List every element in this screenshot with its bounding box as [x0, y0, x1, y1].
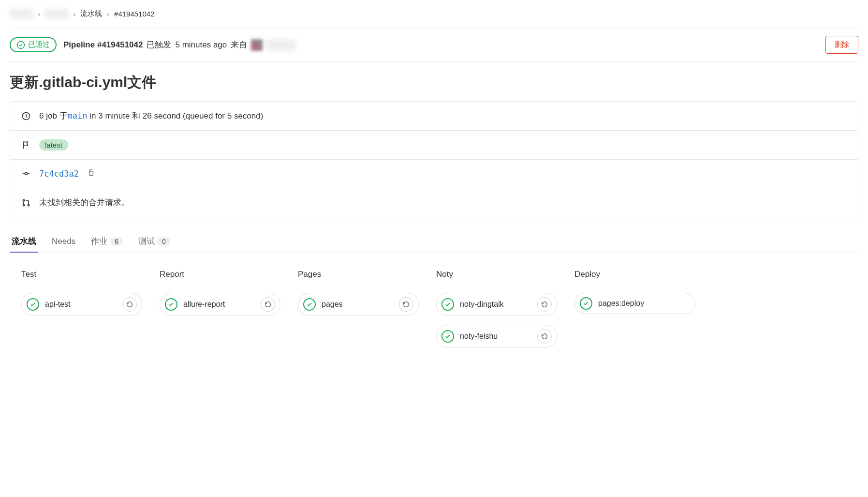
job-pill[interactable]: api-test: [21, 293, 142, 316]
check-circle-icon: [441, 298, 454, 311]
info-mr-row: 未找到相关的合并请求。: [10, 188, 858, 217]
job-pill[interactable]: noty-dingtalk: [436, 293, 557, 316]
stage-column: Reportallure-report: [160, 270, 280, 348]
latest-badge: latest: [39, 139, 68, 151]
stage-title: Pages: [298, 270, 419, 279]
stage-title: Report: [160, 270, 280, 279]
svg-point-2: [25, 173, 28, 175]
breadcrumb-pipelines[interactable]: 流水线: [80, 9, 102, 18]
avatar[interactable]: [251, 39, 263, 51]
job-name: pages: [322, 300, 393, 309]
tab-tests[interactable]: 测试0: [136, 231, 172, 253]
stage-title: Test: [21, 270, 142, 279]
tab-pipeline[interactable]: 流水线: [10, 231, 38, 253]
check-circle-icon: [303, 298, 316, 311]
retry-icon[interactable]: [399, 297, 413, 312]
job-name: pages:deploy: [598, 299, 690, 308]
chevron-right-icon: ›: [107, 10, 109, 18]
stage-title: Deploy: [574, 270, 695, 279]
check-circle-icon: [580, 297, 592, 310]
info-commit-row: 7c4cd3a2: [10, 160, 858, 188]
job-pill[interactable]: pages:deploy: [574, 293, 695, 314]
chevron-right-icon: ›: [38, 10, 41, 18]
stage-column: Notynoty-dingtalknoty-feishu: [436, 270, 557, 348]
job-pill[interactable]: noty-feishu: [436, 325, 557, 348]
stage-column: Deploypages:deploy: [574, 270, 695, 348]
author-name[interactable]: [266, 39, 296, 51]
pipeline-info-card: 6 job 于main in 3 minute 和 26 second (que…: [10, 101, 858, 217]
stage-title: Noty: [436, 270, 557, 279]
breadcrumb-group[interactable]: [10, 9, 33, 19]
job-name: noty-dingtalk: [460, 300, 531, 309]
job-name: allure-report: [183, 300, 255, 309]
tab-needs[interactable]: Needs: [50, 232, 77, 252]
breadcrumb-pipeline-id: #419451042: [114, 10, 154, 18]
svg-point-6: [28, 204, 29, 206]
copy-icon[interactable]: [87, 168, 95, 179]
branch-link[interactable]: main: [68, 111, 88, 120]
check-circle-icon: [27, 298, 39, 311]
svg-point-4: [23, 199, 24, 201]
pipeline-header: 已通过 Pipeline #419451042 已触发 5 minutes ag…: [10, 28, 858, 61]
info-duration-row: 6 job 于main in 3 minute 和 26 second (que…: [10, 102, 858, 131]
job-name: api-test: [45, 300, 117, 309]
retry-icon[interactable]: [261, 297, 275, 312]
pipeline-graph: Testapi-testReportallure-reportPagespage…: [10, 253, 858, 364]
chevron-right-icon: ›: [74, 10, 76, 18]
breadcrumb: › › 流水线 › #419451042: [10, 0, 858, 28]
merge-request-icon: [21, 198, 31, 208]
flag-icon: [21, 140, 31, 150]
check-circle-icon: [165, 298, 177, 311]
tab-jobs[interactable]: 作业6: [89, 231, 125, 253]
stage-column: Testapi-test: [21, 270, 142, 348]
job-pill[interactable]: allure-report: [160, 293, 280, 316]
page-title: 更新.gitlab-ci.yml文件: [10, 62, 858, 101]
retry-icon[interactable]: [537, 297, 552, 312]
svg-rect-3: [89, 171, 93, 176]
stage-column: Pagespages: [298, 270, 419, 348]
check-circle-icon: [441, 330, 454, 343]
commit-sha-link[interactable]: 7c4cd3a2: [39, 169, 79, 179]
job-pill[interactable]: pages: [298, 293, 419, 316]
delete-button[interactable]: 删除: [825, 36, 858, 54]
status-badge-passed: 已通过: [10, 37, 57, 52]
job-name: noty-feishu: [460, 332, 531, 341]
tabs: 流水线 Needs 作业6 测试0: [10, 217, 858, 253]
info-tag-row: latest: [10, 131, 858, 160]
clock-icon: [21, 111, 31, 121]
svg-point-5: [23, 204, 24, 206]
breadcrumb-project[interactable]: [45, 9, 69, 19]
retry-icon[interactable]: [537, 329, 552, 344]
svg-point-0: [17, 41, 25, 48]
check-circle-icon: [16, 41, 25, 49]
retry-icon[interactable]: [122, 297, 137, 312]
commit-icon: [21, 169, 31, 179]
